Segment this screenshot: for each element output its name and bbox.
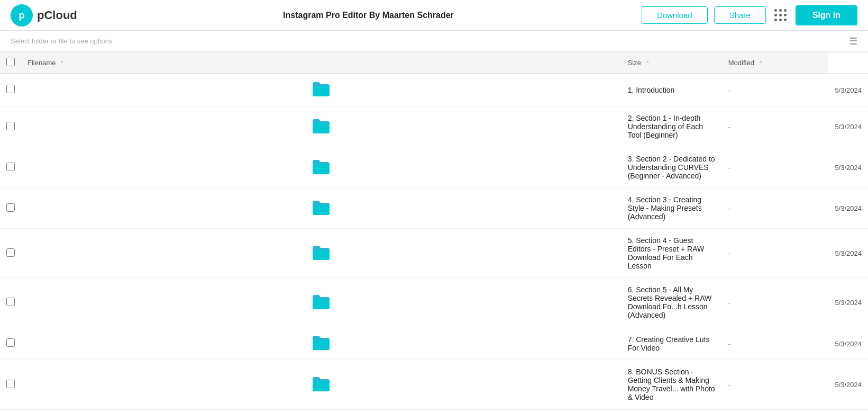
row-checkbox[interactable] (6, 380, 15, 388)
size-value: - (728, 299, 730, 307)
download-button[interactable]: Download (642, 6, 708, 24)
row-checkbox-cell (0, 106, 21, 147)
filename-text: 7. Creating Creative Luts For Video (628, 335, 710, 352)
filename-text: 6. Section 5 - All My Secrets Revealed +… (628, 285, 712, 319)
toolbar: Select folder or file to see options ☰ (0, 31, 868, 52)
filename-label: Filename (28, 59, 56, 67)
filename-text: 2. Section 1 - In-depth Understanding of… (628, 114, 703, 139)
size-cell: - (722, 74, 829, 106)
filename-cell[interactable]: 4. Section 3 - Creating Style - Making P… (622, 188, 722, 229)
table-row: 1. Introduction-5/3/2024 (0, 74, 868, 106)
modified-cell: 5/3/2024 (828, 360, 868, 409)
header: p pCloud Instagram Pro Editor By Maarten… (0, 0, 868, 31)
filename-cell[interactable]: 5. Section 4 - Guest Editors - Preset + … (622, 229, 722, 278)
filename-text: 4. Section 3 - Creating Style - Making P… (628, 195, 702, 221)
logo-text: pCloud (37, 8, 77, 22)
footer: 8 items (0, 409, 868, 412)
folder-icon (312, 335, 331, 351)
filename-text: 1. Introduction (628, 86, 675, 94)
filename-column-header[interactable]: Filename ⌃ (21, 52, 622, 74)
folder-icon-cell (21, 229, 622, 278)
modified-cell: 5/3/2024 (828, 327, 868, 360)
row-checkbox[interactable] (6, 122, 15, 130)
folder-icon-cell (21, 147, 622, 188)
modified-value: 5/3/2024 (835, 249, 862, 257)
row-checkbox-cell (0, 327, 21, 360)
filename-sort-icon: ⌃ (60, 60, 64, 66)
size-cell: - (722, 106, 829, 147)
modified-value: 5/3/2024 (835, 164, 862, 172)
folder-icon (312, 200, 331, 216)
row-checkbox[interactable] (6, 338, 15, 347)
table-row: 6. Section 5 - All My Secrets Revealed +… (0, 278, 868, 327)
filename-cell[interactable]: 7. Creating Creative Luts For Video (622, 327, 722, 360)
row-checkbox[interactable] (6, 203, 15, 212)
modified-value: 5/3/2024 (835, 123, 862, 131)
share-button[interactable]: Share (714, 6, 766, 24)
size-value: - (728, 204, 730, 212)
row-checkbox-cell (0, 278, 21, 327)
modified-value: 5/3/2024 (835, 299, 862, 307)
folder-icon (312, 376, 331, 392)
row-checkbox-cell (0, 229, 21, 278)
select-all-header (0, 52, 21, 74)
size-value: - (728, 381, 730, 389)
folder-icon-cell (21, 278, 622, 327)
modified-cell: 5/3/2024 (828, 188, 868, 229)
folder-icon (312, 245, 331, 261)
folder-icon (312, 118, 331, 134)
filename-cell[interactable]: 1. Introduction (622, 74, 722, 106)
size-sort-icon: ⌃ (645, 60, 650, 66)
filename-text: 8. BONUS Section - Getting Clients & Mak… (628, 368, 715, 401)
filename-cell[interactable]: 6. Section 5 - All My Secrets Revealed +… (622, 278, 722, 327)
modified-column-header[interactable]: Modified ⌃ (722, 52, 829, 74)
folder-icon (312, 294, 331, 310)
table-row: 4. Section 3 - Creating Style - Making P… (0, 188, 868, 229)
file-table: Filename ⌃ Size ⌃ Modified ⌃ 1. Introduc… (0, 52, 868, 409)
header-actions: Download Share Sign in (642, 5, 857, 25)
filename-cell[interactable]: 3. Section 2 - Dedicated to Understandin… (622, 147, 722, 188)
signin-button[interactable]: Sign in (796, 5, 857, 25)
row-checkbox-cell (0, 360, 21, 409)
folder-icon (312, 81, 331, 97)
table-body: 1. Introduction-5/3/2024 2. Section 1 - … (0, 74, 868, 409)
modified-value: 5/3/2024 (835, 381, 862, 389)
svg-text:p: p (19, 10, 25, 21)
pcloud-logo-icon: p (11, 4, 33, 26)
row-checkbox[interactable] (6, 248, 15, 257)
folder-icon-cell (21, 188, 622, 229)
modified-value: 5/3/2024 (835, 340, 862, 348)
row-checkbox-cell (0, 188, 21, 229)
folder-icon-cell (21, 360, 622, 409)
folder-icon-cell (21, 106, 622, 147)
size-cell: - (722, 327, 829, 360)
modified-value: 5/3/2024 (835, 86, 862, 94)
table-row: 2. Section 1 - In-depth Understanding of… (0, 106, 868, 147)
modified-label: Modified (728, 59, 754, 67)
table-row: 5. Section 4 - Guest Editors - Preset + … (0, 229, 868, 278)
size-column-header[interactable]: Size ⌃ (622, 52, 722, 74)
table-row: 7. Creating Creative Luts For Video-5/3/… (0, 327, 868, 360)
modified-cell: 5/3/2024 (828, 278, 868, 327)
row-checkbox[interactable] (6, 163, 15, 171)
folder-icon-cell (21, 327, 622, 360)
page-title: Instagram Pro Editor By Maarten Schrader (95, 11, 642, 20)
row-checkbox-cell (0, 74, 21, 106)
modified-cell: 5/3/2024 (828, 147, 868, 188)
size-cell: - (722, 278, 829, 327)
modified-sort-icon: ⌃ (759, 60, 763, 66)
size-value: - (728, 249, 730, 257)
size-value: - (728, 123, 730, 131)
modified-value: 5/3/2024 (835, 204, 862, 212)
size-cell: - (722, 147, 829, 188)
modified-cell: 5/3/2024 (828, 106, 868, 147)
row-checkbox[interactable] (6, 85, 15, 93)
filter-icon[interactable]: ☰ (849, 35, 857, 47)
select-all-checkbox[interactable] (6, 58, 15, 66)
filename-text: 5. Section 4 - Guest Editors - Preset + … (628, 236, 705, 270)
more-options-button[interactable] (772, 7, 789, 24)
filename-cell[interactable]: 2. Section 1 - In-depth Understanding of… (622, 106, 722, 147)
modified-cell: 5/3/2024 (828, 74, 868, 106)
filename-cell[interactable]: 8. BONUS Section - Getting Clients & Mak… (622, 360, 722, 409)
row-checkbox[interactable] (6, 298, 15, 306)
